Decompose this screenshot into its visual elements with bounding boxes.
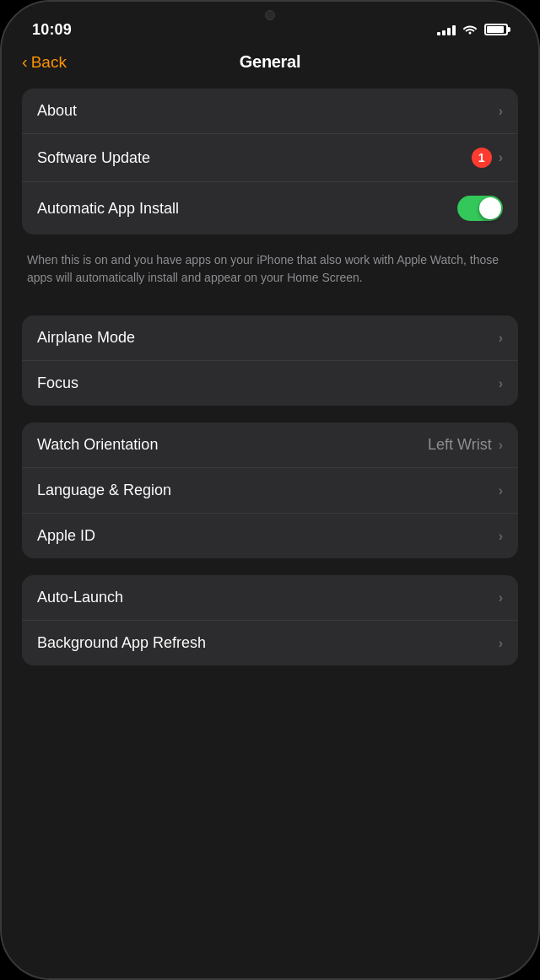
- page-title: General: [240, 52, 300, 72]
- status-time: 10:09: [32, 21, 72, 39]
- language-region-item[interactable]: Language & Region ›: [22, 468, 518, 514]
- status-bar: 10:09: [2, 2, 538, 46]
- back-chevron-icon: ‹: [22, 52, 28, 72]
- background-app-refresh-label: Background App Refresh: [37, 634, 206, 652]
- signal-bars-icon: [437, 24, 456, 35]
- back-label: Back: [31, 53, 67, 72]
- back-button[interactable]: ‹ Back: [22, 52, 67, 72]
- section-group-3: Watch Orientation Left Wrist › Language …: [22, 423, 518, 558]
- camera-notch: [265, 10, 275, 20]
- airplane-mode-label: Airplane Mode: [37, 329, 135, 347]
- automatic-app-install-item[interactable]: Automatic App Install: [22, 182, 518, 234]
- apple-id-chevron-icon: ›: [499, 529, 503, 544]
- section-2: Airplane Mode › Focus ›: [22, 315, 518, 406]
- watch-orientation-value: Left Wrist: [428, 436, 492, 454]
- language-region-chevron-icon: ›: [499, 483, 503, 498]
- section-4: Auto-Launch › Background App Refresh ›: [22, 575, 518, 665]
- language-region-label: Language & Region: [37, 482, 171, 499]
- wifi-icon: [462, 23, 478, 37]
- auto-launch-chevron-icon: ›: [499, 590, 503, 606]
- section-group-1: About › Software Update 1 ›: [22, 89, 518, 299]
- focus-chevron-icon: ›: [499, 376, 503, 391]
- background-app-refresh-item[interactable]: Background App Refresh ›: [22, 621, 518, 665]
- apple-id-label: Apple ID: [37, 527, 95, 545]
- software-update-chevron-icon: ›: [499, 150, 503, 165]
- automatic-app-install-toggle[interactable]: [457, 196, 503, 221]
- airplane-mode-item[interactable]: Airplane Mode ›: [22, 315, 518, 361]
- software-update-label: Software Update: [37, 149, 150, 167]
- watch-orientation-label: Watch Orientation: [37, 436, 158, 454]
- phone-frame: 10:09 ‹ Back General: [0, 0, 540, 980]
- about-chevron-icon: ›: [499, 104, 503, 119]
- status-icons: [437, 23, 508, 37]
- section-1: About › Software Update 1 ›: [22, 89, 518, 234]
- automatic-app-install-hint: When this is on and you have apps on you…: [22, 243, 518, 299]
- background-app-refresh-chevron-icon: ›: [499, 636, 503, 651]
- nav-bar: ‹ Back General: [2, 46, 538, 82]
- scroll-content: About › Software Update 1 ›: [2, 82, 538, 978]
- about-label: About: [37, 102, 77, 120]
- battery-icon: [484, 24, 508, 35]
- software-update-item[interactable]: Software Update 1 ›: [22, 134, 518, 182]
- automatic-app-install-label: Automatic App Install: [37, 200, 179, 218]
- about-item[interactable]: About ›: [22, 89, 518, 134]
- section-3: Watch Orientation Left Wrist › Language …: [22, 423, 518, 558]
- focus-label: Focus: [37, 374, 78, 392]
- watch-orientation-chevron-icon: ›: [499, 438, 503, 453]
- software-update-badge: 1: [472, 148, 492, 168]
- airplane-mode-chevron-icon: ›: [499, 331, 503, 346]
- apple-id-item[interactable]: Apple ID ›: [22, 514, 518, 558]
- auto-launch-item[interactable]: Auto-Launch ›: [22, 575, 518, 621]
- section-group-2: Airplane Mode › Focus ›: [22, 315, 518, 406]
- watch-orientation-item[interactable]: Watch Orientation Left Wrist ›: [22, 423, 518, 468]
- section-group-4: Auto-Launch › Background App Refresh ›: [22, 575, 518, 665]
- auto-launch-label: Auto-Launch: [37, 589, 123, 606]
- focus-item[interactable]: Focus ›: [22, 361, 518, 406]
